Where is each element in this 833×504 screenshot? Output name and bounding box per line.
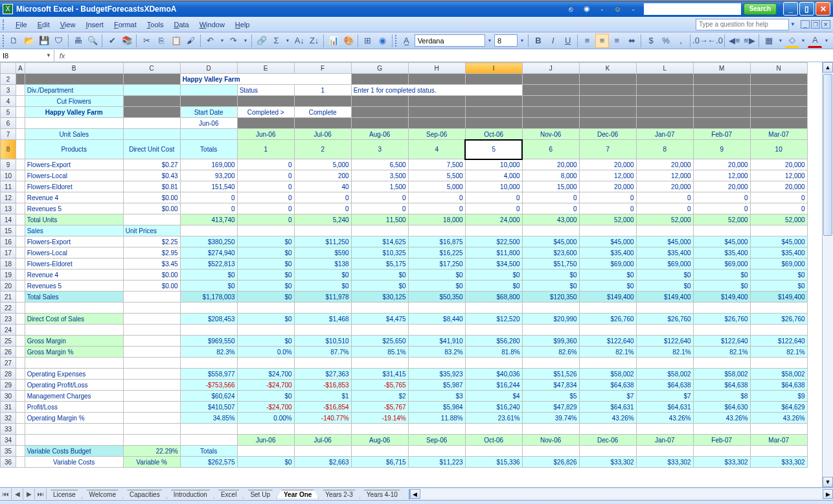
cell[interactable]: 1 bbox=[294, 85, 351, 96]
cell[interactable]: 151,540 bbox=[180, 181, 237, 192]
cell[interactable] bbox=[16, 303, 25, 314]
cell[interactable]: $15,336 bbox=[465, 457, 522, 468]
cell[interactable]: 20,000 bbox=[750, 159, 807, 170]
sheet-tab[interactable]: Set Up bbox=[243, 490, 277, 499]
cell[interactable] bbox=[636, 85, 693, 96]
horizontal-scrollbar[interactable]: ◀ ▶ bbox=[409, 489, 833, 499]
cell[interactable]: $3.45 bbox=[123, 258, 180, 269]
cell[interactable] bbox=[465, 74, 522, 85]
cell[interactable] bbox=[16, 457, 25, 468]
sheet-tab[interactable]: Capacities bbox=[122, 490, 167, 499]
spell-icon[interactable]: ✔ bbox=[105, 34, 119, 48]
cell[interactable]: 5 bbox=[465, 140, 522, 159]
cell[interactable]: Start Date bbox=[180, 107, 237, 118]
cell[interactable] bbox=[25, 424, 123, 435]
cell[interactable] bbox=[16, 118, 25, 129]
cell[interactable]: $31,415 bbox=[351, 369, 408, 380]
cell[interactable]: 43.26% bbox=[750, 413, 807, 424]
row-header[interactable]: 12 bbox=[1, 192, 16, 203]
cell[interactable]: $45,000 bbox=[750, 236, 807, 247]
row-header[interactable]: 34 bbox=[1, 435, 16, 446]
cell[interactable]: 43.26% bbox=[636, 413, 693, 424]
cell[interactable] bbox=[522, 303, 579, 314]
cell[interactable]: Status bbox=[237, 85, 294, 96]
cell[interactable]: $0 bbox=[237, 247, 294, 258]
cell[interactable]: $23,600 bbox=[522, 247, 579, 258]
cell[interactable] bbox=[750, 303, 807, 314]
cell[interactable] bbox=[123, 380, 180, 391]
cell[interactable]: $26,760 bbox=[693, 314, 750, 325]
cell[interactable]: Variable Costs bbox=[25, 457, 123, 468]
cell[interactable] bbox=[180, 303, 237, 314]
doc-restore-button[interactable]: ❐ bbox=[811, 20, 820, 29]
cell[interactable]: $33,302 bbox=[636, 457, 693, 468]
cell[interactable] bbox=[750, 358, 807, 369]
permission-icon[interactable]: 🛡 bbox=[52, 34, 66, 48]
col-header[interactable]: G bbox=[351, 63, 408, 74]
cell[interactable] bbox=[16, 96, 25, 107]
increase-indent-icon[interactable]: ≡▶ bbox=[742, 34, 757, 48]
cell[interactable]: 40 bbox=[294, 181, 351, 192]
cell[interactable]: 52,000 bbox=[579, 214, 636, 225]
cell[interactable]: $380,250 bbox=[180, 236, 237, 247]
cell[interactable] bbox=[16, 159, 25, 170]
row-header[interactable]: 27 bbox=[1, 358, 16, 369]
cell[interactable]: $0 bbox=[750, 281, 807, 292]
cell[interactable]: Sales bbox=[25, 225, 123, 236]
cell[interactable]: Total Sales bbox=[25, 292, 123, 303]
cell[interactable]: $68,800 bbox=[465, 292, 522, 303]
cell[interactable] bbox=[750, 74, 807, 85]
copy-icon[interactable]: ⎘ bbox=[154, 34, 168, 48]
cell[interactable]: Flowers-Eldoret bbox=[25, 258, 123, 269]
cell[interactable]: $0.00 bbox=[123, 203, 180, 214]
cell[interactable]: $14,625 bbox=[351, 236, 408, 247]
cell[interactable] bbox=[750, 325, 807, 336]
cell[interactable] bbox=[351, 424, 408, 435]
cell[interactable] bbox=[123, 369, 180, 380]
cell[interactable]: $0 bbox=[237, 292, 294, 303]
cell[interactable]: 12,000 bbox=[750, 170, 807, 181]
cell[interactable] bbox=[750, 424, 807, 435]
cell[interactable] bbox=[579, 358, 636, 369]
cell[interactable]: $16,244 bbox=[465, 380, 522, 391]
formula-input[interactable] bbox=[70, 50, 833, 62]
cell[interactable]: $1,178,003 bbox=[180, 292, 237, 303]
align-center-icon[interactable]: ≡ bbox=[595, 34, 610, 48]
cell[interactable]: Sep-06 bbox=[408, 129, 465, 140]
cell[interactable] bbox=[408, 325, 465, 336]
cell[interactable] bbox=[465, 118, 522, 129]
cell[interactable]: $1 bbox=[294, 391, 351, 402]
maximize-button[interactable]: ▯ bbox=[799, 2, 814, 16]
cell[interactable]: Happy Valley Farm bbox=[25, 107, 123, 118]
cell[interactable]: Enter 1 for completed status. bbox=[351, 85, 522, 96]
grip-icon[interactable] bbox=[3, 35, 5, 47]
scroll-down-icon[interactable]: ▼ bbox=[823, 477, 833, 487]
cell[interactable]: $58,002 bbox=[636, 369, 693, 380]
cell[interactable]: $274,940 bbox=[180, 247, 237, 258]
cell[interactable]: 12,000 bbox=[579, 170, 636, 181]
scroll-left-icon[interactable]: ◀ bbox=[410, 489, 420, 499]
cell[interactable] bbox=[237, 358, 294, 369]
doc-minimize-button[interactable]: _ bbox=[801, 20, 810, 29]
cell[interactable] bbox=[123, 292, 180, 303]
cell[interactable]: Revenues 5 bbox=[25, 281, 123, 292]
cell[interactable] bbox=[408, 424, 465, 435]
sheet-tab[interactable]: Years 4-10 bbox=[359, 490, 405, 499]
col-header[interactable] bbox=[1, 63, 16, 74]
cell[interactable]: 22.29% bbox=[123, 446, 180, 457]
cell[interactable] bbox=[579, 325, 636, 336]
cell[interactable] bbox=[522, 118, 579, 129]
cell[interactable]: $0 bbox=[237, 314, 294, 325]
doc-close-button[interactable]: ✕ bbox=[821, 20, 830, 29]
cell[interactable]: -$5,765 bbox=[351, 380, 408, 391]
cell[interactable]: Jul-06 bbox=[294, 129, 351, 140]
cell[interactable] bbox=[237, 446, 294, 457]
cell[interactable]: 0 bbox=[750, 192, 807, 203]
name-box-dropdown-icon[interactable]: ▼ bbox=[46, 52, 51, 58]
cell[interactable]: Happy Valley Farm bbox=[180, 74, 351, 85]
cell[interactable]: 7,500 bbox=[408, 159, 465, 170]
cell[interactable]: $35,400 bbox=[579, 247, 636, 258]
cell[interactable]: 20,000 bbox=[579, 181, 636, 192]
cell[interactable] bbox=[408, 74, 465, 85]
cell[interactable]: 81.8% bbox=[465, 347, 522, 358]
